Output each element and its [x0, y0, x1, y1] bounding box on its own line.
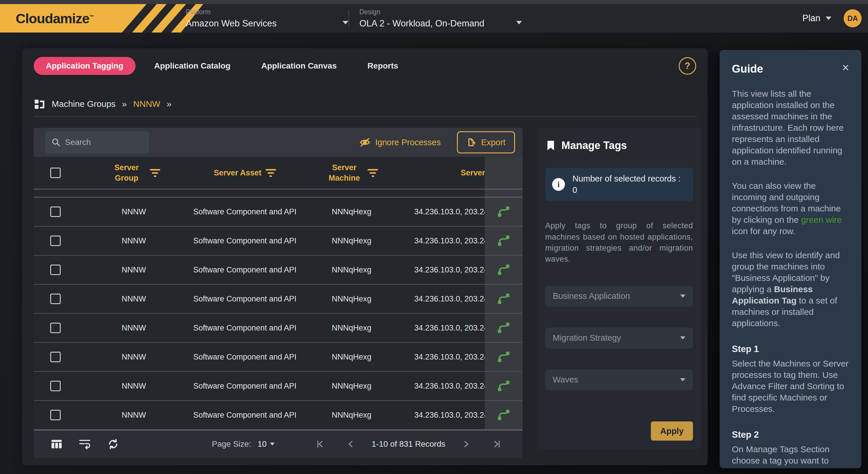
- design-selector[interactable]: Design OLA 2 - Workload, On-Demand: [360, 8, 522, 29]
- search-box[interactable]: [45, 131, 149, 153]
- filter-icon[interactable]: [266, 169, 276, 177]
- connections-wire-icon[interactable]: [485, 343, 523, 371]
- design-value: OLA 2 - Workload, On-Demand: [360, 18, 522, 29]
- server-group-cell: NNNW: [122, 236, 146, 245]
- chevron-down-icon: [680, 378, 685, 381]
- row-checkbox[interactable]: [50, 352, 61, 362]
- select-all-checkbox[interactable]: [50, 168, 61, 178]
- manage-tags-title: Manage Tags: [561, 140, 627, 152]
- row-checkbox[interactable]: [50, 410, 61, 420]
- server-machine-cell: NNNqHexg: [332, 295, 372, 303]
- tab-application-catalog[interactable]: Application Catalog: [142, 57, 243, 75]
- connections-wire-icon[interactable]: [485, 198, 523, 226]
- table-row: NNNW Software Component and API NNNqHexg…: [34, 343, 523, 372]
- apply-button[interactable]: Apply: [651, 421, 693, 441]
- tab-application-canvas[interactable]: Application Canvas: [249, 57, 349, 75]
- row-checkbox[interactable]: [50, 323, 61, 333]
- tab-application-tagging[interactable]: Application Tagging: [34, 57, 135, 75]
- bookmark-icon: [546, 140, 555, 151]
- breadcrumb-separator: »: [122, 99, 127, 109]
- server-group-cell: NNNW: [122, 353, 146, 362]
- server-group-cell: NNNW: [122, 207, 146, 216]
- server-machine-cell: NNNqHexg: [332, 324, 372, 332]
- refresh-icon[interactable]: [107, 438, 119, 450]
- connections-wire-icon[interactable]: [485, 227, 523, 255]
- plan-label: Plan: [802, 13, 820, 24]
- connections-wire-icon[interactable]: [485, 314, 523, 342]
- breadcrumb-root[interactable]: Machine Groups: [52, 99, 116, 109]
- cloudamize-logo: Cloudamize™: [0, 4, 203, 32]
- server-ip-cell: 34.236.103.0, 203.24: [404, 265, 485, 274]
- user-avatar[interactable]: DA: [844, 9, 862, 27]
- brand-wordmark: Cloudamize™: [16, 10, 94, 26]
- row-checkbox[interactable]: [50, 294, 61, 304]
- breadcrumb-separator: »: [167, 99, 172, 109]
- next-page-button[interactable]: [459, 440, 473, 448]
- ignore-processes-button[interactable]: Ignore Processes: [359, 137, 441, 148]
- app-header: Cloudamize™ Platform Amazon Web Services…: [0, 4, 868, 32]
- action-column-header: [485, 157, 523, 189]
- platform-label: Platform: [186, 8, 348, 16]
- records-range-label: 1-10 of 831 Records: [372, 439, 445, 449]
- table-row: NNNW Software Component and API NNNqHexg…: [34, 372, 523, 401]
- breadcrumb-current[interactable]: NNNW: [133, 99, 160, 109]
- connections-wire-icon[interactable]: [485, 372, 523, 400]
- server-machine-cell: NNNqHexg: [332, 207, 372, 216]
- manage-tags-panel: Manage Tags i Number of selected records…: [537, 128, 701, 449]
- wrap-text-icon[interactable]: [79, 439, 91, 449]
- connections-wire-icon[interactable]: [485, 401, 523, 429]
- table-toolbar: Ignore Processes Export: [34, 128, 523, 157]
- business-application-dropdown[interactable]: Business Application: [545, 286, 693, 307]
- server-machine-cell: NNNqHexg: [332, 265, 372, 274]
- migration-strategy-dropdown[interactable]: Migration Strategy: [545, 328, 693, 349]
- server-machine-cell: NNNqHexg: [332, 411, 372, 420]
- processes-table: Ignore Processes Export Server Group Ser: [34, 128, 523, 458]
- table-row: NNNW Software Component and API NNNqHexg…: [34, 227, 523, 256]
- previous-page-button[interactable]: [344, 440, 358, 448]
- connections-wire-icon[interactable]: [485, 256, 523, 284]
- filter-icon[interactable]: [368, 169, 378, 177]
- info-icon: i: [552, 178, 565, 191]
- server-machine-cell: NNNqHexg: [332, 236, 372, 245]
- table-pagination: Page Size: 10 1-10 of 831 Records: [34, 430, 523, 458]
- chevron-down-icon: [680, 295, 685, 298]
- selected-records-info: i Number of selected records : 0: [545, 168, 693, 201]
- chevron-down-icon: [826, 17, 831, 20]
- main-panel: Application Tagging Application Catalog …: [22, 48, 708, 465]
- guide-paragraph-1: This view lists all the application inst…: [732, 88, 849, 167]
- guide-step1-text: Select the Machines or Server processes …: [732, 358, 849, 414]
- breadcrumb: Machine Groups » NNNW »: [34, 92, 696, 117]
- plan-menu[interactable]: Plan: [802, 13, 831, 24]
- first-page-button[interactable]: [313, 440, 328, 448]
- selected-records-text: Number of selected records : 0: [572, 173, 686, 196]
- page-size-dropdown[interactable]: 10: [257, 439, 275, 449]
- close-icon[interactable]: ×: [842, 63, 849, 72]
- server-group-cell: NNNW: [122, 324, 146, 332]
- row-checkbox[interactable]: [50, 381, 61, 391]
- filter-icon[interactable]: [150, 169, 160, 177]
- table-row: NNNW Software Component and API NNNqHexg…: [34, 314, 523, 343]
- row-checkbox[interactable]: [50, 265, 61, 275]
- table-row: NNNW Software Component and API NNNqHexg…: [34, 401, 523, 430]
- server-asset-cell: Software Component and API: [193, 382, 297, 391]
- guide-panel: Guide × This view lists all the applicat…: [720, 50, 861, 468]
- tab-reports[interactable]: Reports: [355, 57, 410, 75]
- columns-icon[interactable]: [51, 439, 62, 449]
- header-divider: [348, 10, 349, 27]
- server-ip-cell: 34.236.103.0, 203.24: [404, 353, 485, 362]
- last-page-button[interactable]: [490, 440, 504, 448]
- search-input[interactable]: [65, 138, 137, 147]
- help-button[interactable]: ?: [679, 57, 696, 75]
- platform-selector[interactable]: Platform Amazon Web Services: [186, 8, 348, 29]
- row-checkbox[interactable]: [50, 207, 61, 217]
- search-icon: [51, 137, 61, 147]
- waves-dropdown[interactable]: Waves: [545, 369, 693, 390]
- connections-wire-icon[interactable]: [485, 285, 523, 313]
- server-asset-cell: Software Component and API: [193, 295, 297, 303]
- row-checkbox[interactable]: [50, 236, 61, 246]
- export-button[interactable]: Export: [457, 131, 515, 153]
- server-ip-cell: 34.236.103.0, 203.24: [404, 236, 485, 245]
- server-asset-cell: Software Component and API: [193, 411, 297, 420]
- screen: { "header": { "brand": "Cloudamize", "br…: [0, 0, 868, 474]
- ignore-processes-label: Ignore Processes: [375, 138, 441, 147]
